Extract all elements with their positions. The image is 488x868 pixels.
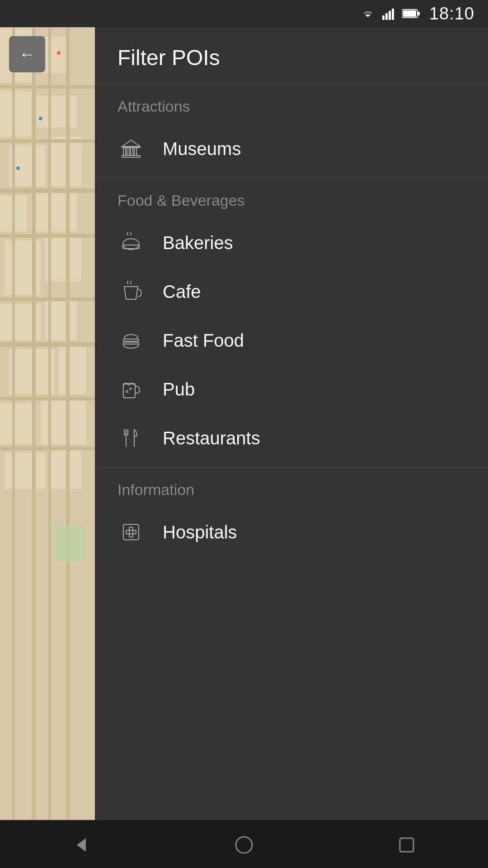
battery-icon: [402, 8, 420, 19]
cafe-icon: [117, 278, 145, 305]
svg-rect-66: [126, 530, 136, 534]
section-information: Information Hospitals: [95, 467, 488, 561]
svg-rect-20: [9, 349, 54, 394]
pub-icon: [117, 376, 145, 403]
nav-back-button[interactable]: [63, 827, 99, 863]
svg-rect-49: [122, 146, 140, 148]
svg-marker-48: [122, 140, 140, 146]
back-arrow-icon: ←: [19, 45, 35, 64]
menu-item-cafe[interactable]: Cafe: [95, 267, 488, 316]
svg-rect-54: [123, 339, 139, 341]
section-label-food: Food & Beverages: [95, 192, 488, 218]
restaurants-label: Restaurants: [163, 428, 260, 448]
signal-icon: [382, 7, 396, 20]
svg-rect-15: [32, 191, 77, 231]
menu-item-hospitals[interactable]: Hospitals: [95, 508, 488, 557]
section-food-beverages: Food & Beverages Bakeries: [95, 178, 488, 467]
bakeries-label: Bakeries: [163, 233, 233, 253]
svg-point-41: [39, 117, 42, 120]
menu-item-restaurants[interactable]: Restaurants: [95, 414, 488, 462]
section-label-attractions: Attractions: [95, 98, 488, 124]
wifi-icon: [360, 7, 376, 20]
svg-rect-21: [59, 344, 86, 394]
panel-title: Filter POIs: [117, 45, 465, 70]
svg-rect-3: [392, 9, 394, 20]
menu-item-museums[interactable]: Museums: [95, 124, 488, 173]
svg-rect-11: [36, 96, 77, 127]
nav-home-button[interactable]: [226, 827, 262, 863]
svg-rect-6: [403, 10, 416, 17]
svg-rect-22: [0, 403, 36, 444]
status-bar: 18:10: [0, 0, 488, 27]
restaurant-icon: [117, 425, 145, 452]
hospitals-label: Hospitals: [163, 522, 237, 542]
status-icons: [360, 7, 420, 20]
menu-item-fast-food[interactable]: Fast Food: [95, 316, 488, 365]
svg-rect-13: [50, 137, 81, 186]
svg-rect-2: [389, 11, 391, 20]
svg-rect-24: [5, 453, 45, 489]
museums-label: Museums: [163, 139, 241, 159]
section-label-information: Information: [95, 481, 488, 508]
svg-point-68: [236, 837, 252, 853]
svg-rect-25: [50, 448, 81, 489]
svg-point-50: [123, 239, 139, 250]
main-area: ← Filter POIs Attractions: [0, 27, 488, 820]
svg-rect-1: [385, 13, 388, 20]
nav-recent-button[interactable]: [389, 827, 425, 863]
svg-point-42: [16, 166, 20, 170]
bakery-icon: [117, 229, 145, 256]
nav-recent-icon: [395, 834, 418, 856]
map-svg: [0, 27, 95, 820]
svg-rect-38: [54, 525, 86, 561]
menu-item-bakeries[interactable]: Bakeries: [95, 218, 488, 267]
svg-rect-5: [418, 12, 420, 15]
svg-point-57: [126, 391, 128, 392]
menu-item-pub[interactable]: Pub: [95, 365, 488, 414]
svg-marker-67: [77, 838, 86, 852]
panel-header: Filter POIs: [95, 27, 488, 84]
svg-rect-65: [129, 527, 133, 537]
svg-rect-69: [400, 838, 413, 852]
section-attractions: Attractions Museums: [95, 84, 488, 178]
cafe-label: Cafe: [163, 282, 201, 302]
svg-rect-56: [123, 383, 135, 398]
museum-icon: [117, 135, 145, 162]
svg-point-40: [57, 51, 61, 55]
pub-label: Pub: [163, 379, 195, 400]
nav-home-icon: [233, 834, 255, 856]
map-area: ←: [0, 27, 95, 820]
status-time: 18:10: [429, 4, 474, 24]
filter-panel: Filter POIs Attractions: [95, 27, 488, 820]
bottom-nav: [0, 820, 488, 868]
back-button[interactable]: ←: [9, 36, 45, 72]
svg-rect-23: [41, 399, 86, 444]
fastfood-icon: [117, 327, 145, 354]
svg-rect-0: [382, 15, 385, 20]
hospital-icon: [117, 519, 145, 546]
nav-back-icon: [70, 834, 93, 856]
svg-point-58: [130, 388, 131, 390]
svg-rect-10: [0, 91, 32, 137]
fast-food-label: Fast Food: [163, 330, 244, 351]
